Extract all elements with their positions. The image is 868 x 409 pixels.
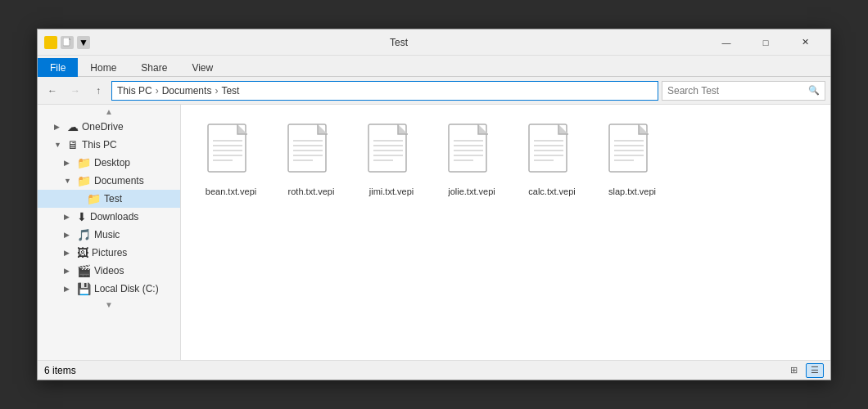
sidebar-label-test: Test — [104, 193, 122, 204]
path-thispc: This PC — [117, 85, 152, 97]
sidebar-item-downloads[interactable]: ▶ ⬇ Downloads — [38, 208, 180, 226]
sidebar-item-thispc[interactable]: ▼ 🖥 This PC — [38, 136, 180, 154]
ribbon-tabs: File Home Share View — [38, 56, 830, 77]
path-test: Test — [221, 85, 239, 97]
onedrive-icon: ☁ — [67, 120, 79, 133]
sidebar-item-videos[interactable]: ▶ 🎬 Videos — [38, 262, 180, 280]
videos-icon: 🎬 — [77, 264, 91, 277]
file-icon-3 — [447, 123, 496, 183]
scroll-up-arrow[interactable]: ▲ — [38, 105, 180, 118]
svg-rect-2 — [63, 38, 70, 46]
sidebar-label-onedrive: OneDrive — [82, 121, 124, 133]
list-view-button[interactable]: ☰ — [806, 363, 824, 378]
sidebar-label-documents: Documents — [94, 175, 144, 187]
expand-arrow-thispc: ▼ — [54, 141, 64, 149]
file-name-3: jolie.txt.vepi — [448, 187, 495, 196]
file-icon-2 — [367, 123, 416, 183]
desktop-icon: 📁 — [77, 156, 91, 169]
maximize-button[interactable]: □ — [747, 30, 784, 55]
sidebar-label-desktop: Desktop — [94, 157, 130, 169]
tab-view[interactable]: View — [179, 58, 225, 77]
search-box[interactable]: 🔍 — [662, 81, 825, 101]
address-bar: ← → ↑ This PC › Documents › Test 🔍 — [38, 77, 830, 105]
file-item-4[interactable]: calc.txt.vepi — [515, 118, 589, 201]
sidebar-label-videos: Videos — [94, 265, 124, 276]
svg-rect-1 — [46, 39, 50, 42]
back-button[interactable]: ← — [43, 81, 62, 101]
minimize-button[interactable]: — — [708, 30, 745, 55]
sidebar-item-localdisk[interactable]: ▶ 💾 Local Disk (C:) — [38, 280, 180, 298]
tb-doc-icon — [61, 36, 74, 49]
tb-arrow-icon: ▼ — [77, 36, 90, 49]
file-icon-1 — [287, 123, 336, 183]
ribbon: File Home Share View — [38, 56, 830, 77]
tab-file[interactable]: File — [38, 58, 78, 77]
sidebar-label-pictures: Pictures — [92, 247, 127, 258]
explorer-window: ▼ Test — □ ✕ File Home Share View ← → ↑ … — [37, 29, 831, 380]
close-button[interactable]: ✕ — [786, 30, 824, 55]
file-name-5: slap.txt.vepi — [608, 187, 656, 196]
file-name-2: jimi.txt.vepi — [369, 187, 414, 196]
localdisk-icon: 💾 — [77, 282, 91, 295]
sidebar-item-music[interactable]: ▶ 🎵 Music — [38, 226, 180, 244]
pictures-icon: 🖼 — [77, 246, 88, 259]
file-icon-4 — [527, 123, 576, 183]
expand-arrow-desktop: ▶ — [64, 159, 74, 167]
item-count: 6 items — [44, 365, 76, 376]
status-bar: 6 items ⊞ ☰ — [38, 360, 830, 380]
file-item-1[interactable]: roth.txt.vepi — [274, 118, 348, 201]
expand-arrow-music: ▶ — [64, 231, 74, 239]
file-item-5[interactable]: slap.txt.vepi — [595, 118, 669, 201]
main-area: ▲ ▶ ☁ OneDrive ▼ 🖥 This PC ▶ 📁 Desktop — [38, 105, 830, 360]
path-documents: Documents — [162, 85, 212, 97]
address-path[interactable]: This PC › Documents › Test — [111, 81, 658, 101]
expand-arrow-videos: ▶ — [64, 267, 74, 275]
tab-home[interactable]: Home — [78, 58, 129, 77]
expand-arrow-localdisk: ▶ — [64, 285, 74, 293]
content-area: bean.txt.vepi — [181, 105, 830, 360]
expand-arrow-documents: ▼ — [64, 177, 74, 185]
expand-arrow: ▶ — [54, 123, 64, 131]
svg-rect-0 — [46, 41, 56, 47]
file-icon-0 — [206, 123, 255, 183]
window-title: Test — [90, 37, 708, 48]
music-icon: 🎵 — [77, 228, 91, 241]
sidebar-item-test[interactable]: 📁 Test — [38, 190, 180, 208]
folder-icon — [44, 36, 57, 49]
up-button[interactable]: ↑ — [88, 81, 108, 101]
sidebar-label-localdisk: Local Disk (C:) — [94, 283, 159, 294]
file-item-0[interactable]: bean.txt.vepi — [194, 118, 268, 201]
search-input[interactable] — [667, 85, 808, 97]
sep2: › — [215, 85, 218, 97]
file-name-1: roth.txt.vepi — [288, 187, 335, 196]
grid-view-button[interactable]: ⊞ — [784, 363, 802, 378]
file-name-0: bean.txt.vepi — [206, 187, 256, 196]
file-item-2[interactable]: jimi.txt.vepi — [355, 118, 428, 201]
title-bar: ▼ Test — □ ✕ — [38, 29, 830, 56]
downloads-icon: ⬇ — [77, 210, 87, 223]
expand-arrow-downloads: ▶ — [64, 213, 74, 221]
sidebar: ▲ ▶ ☁ OneDrive ▼ 🖥 This PC ▶ 📁 Desktop — [38, 105, 181, 360]
thispc-icon: 🖥 — [67, 138, 79, 151]
sidebar-item-desktop[interactable]: ▶ 📁 Desktop — [38, 154, 180, 172]
sidebar-item-documents[interactable]: ▼ 📁 Documents — [38, 172, 180, 190]
file-name-4: calc.txt.vepi — [528, 187, 575, 196]
window-controls: — □ ✕ — [708, 30, 824, 55]
expand-arrow-pictures: ▶ — [64, 249, 74, 257]
file-item-3[interactable]: jolie.txt.vepi — [435, 118, 509, 201]
sidebar-item-onedrive[interactable]: ▶ ☁ OneDrive — [38, 118, 180, 136]
files-grid: bean.txt.vepi — [194, 118, 817, 201]
sidebar-item-pictures[interactable]: ▶ 🖼 Pictures — [38, 244, 180, 262]
search-icon: 🔍 — [808, 85, 820, 96]
scroll-down-arrow[interactable]: ▼ — [38, 298, 180, 311]
title-bar-icons: ▼ — [44, 36, 90, 49]
file-icon-5 — [608, 123, 657, 183]
sidebar-label-thispc: This PC — [82, 139, 117, 151]
sidebar-label-downloads: Downloads — [90, 211, 138, 222]
view-controls: ⊞ ☰ — [784, 363, 824, 378]
sep1: › — [156, 85, 159, 97]
documents-icon: 📁 — [77, 174, 91, 187]
tab-share[interactable]: Share — [129, 58, 179, 77]
forward-button[interactable]: → — [66, 81, 85, 101]
test-icon: 📁 — [87, 192, 101, 205]
